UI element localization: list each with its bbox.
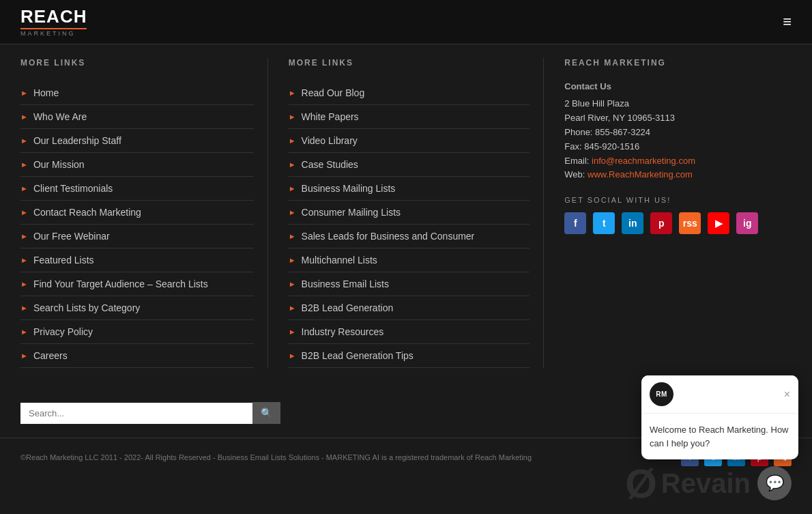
left-nav-item[interactable]: ►Featured Lists (20, 248, 254, 272)
main-content: MORE LINKS ►Home►Who We Are►Our Leadersh… (0, 44, 812, 382)
chevron-icon: ► (289, 208, 296, 216)
chevron-icon: ► (289, 160, 296, 169)
nav-item-label: Sales Leads for Business and Consumer (302, 231, 475, 242)
right-section-title: REACH MARKETING (564, 58, 798, 71)
nav-item-label: Who We Are (33, 111, 87, 122)
left-nav-item[interactable]: ►Find Your Target Audience – Search List… (20, 272, 254, 296)
web-link[interactable]: www.ReachMarketing.com (588, 169, 693, 180)
left-nav-item[interactable]: ►Who We Are (20, 105, 254, 129)
header: REACH MARKETING ≡ (0, 0, 812, 44)
left-nav-list: ►Home►Who We Are►Our Leadership Staff►Ou… (20, 81, 254, 368)
nav-item-label: Industry Resources (302, 326, 384, 337)
left-nav-item[interactable]: ►Our Free Webinar (20, 225, 254, 248)
fax-label: Fax: (564, 141, 581, 152)
chevron-icon: ► (20, 184, 28, 192)
web-label: Web: (564, 169, 585, 180)
chevron-icon: ► (289, 184, 296, 192)
phone-line: Phone: 855-867-3224 (564, 126, 798, 140)
chevron-icon: ► (289, 328, 296, 336)
chevron-icon: ► (20, 232, 28, 240)
mid-column: MORE LINKS ►Read Our Blog►White Papers►V… (268, 58, 545, 368)
logo-main-text: REACH (20, 7, 87, 27)
footer-copyright: ©Reach Marketing LLC 2011 - 2022- All Ri… (20, 453, 532, 461)
email-label: Email: (564, 156, 589, 166)
mid-nav-item[interactable]: ►B2B Lead Generation Tips (289, 344, 530, 368)
hamburger-button[interactable]: ≡ (783, 13, 792, 31)
mid-nav-item[interactable]: ►Sales Leads for Business and Consumer (289, 225, 530, 248)
chevron-icon: ► (289, 352, 296, 360)
chevron-icon: ► (20, 256, 28, 264)
nav-item-label: Our Leadership Staff (33, 135, 121, 146)
chat-widget: RM × Welcome to Reach Marketing. How can… (641, 375, 798, 459)
left-nav-item[interactable]: ►Search Lists by Category (20, 296, 254, 320)
nav-item-label: Business Mailing Lists (302, 183, 396, 194)
phone-value: 855-867-3224 (595, 127, 650, 137)
twitter-social-icon[interactable]: t (593, 212, 615, 234)
left-nav-item[interactable]: ►Careers (20, 344, 254, 368)
chat-close-button[interactable]: × (784, 388, 790, 401)
chevron-icon: ► (289, 89, 296, 97)
chevron-icon: ► (20, 328, 28, 336)
mid-nav-list: ►Read Our Blog►White Papers►Video Librar… (289, 81, 530, 368)
left-column: MORE LINKS ►Home►Who We Are►Our Leadersh… (0, 58, 268, 368)
social-icons-group: ftinprss▶ig (564, 212, 798, 234)
email-link[interactable]: info@reachmarketing.com (592, 156, 695, 166)
chevron-icon: ► (289, 113, 296, 121)
nav-item-label: Careers (33, 350, 68, 361)
mid-nav-item[interactable]: ►B2B Lead Generation (289, 296, 530, 320)
mid-nav-item[interactable]: ►Industry Resources (289, 320, 530, 344)
logo-sub-text: MARKETING (20, 31, 87, 38)
logo-area: REACH MARKETING (20, 7, 87, 37)
chat-welcome-text: Welcome to Reach Marketing. How can I he… (650, 425, 789, 448)
nav-item-label: Search Lists by Category (33, 302, 140, 313)
chevron-icon: ► (20, 89, 28, 97)
mid-nav-item[interactable]: ►Business Email Lists (289, 272, 530, 296)
nav-item-label: Home (33, 87, 59, 98)
nav-item-label: Video Library (302, 135, 358, 146)
address-line1: 2 Blue Hill Plaza (564, 97, 798, 111)
nav-item-label: Privacy Policy (33, 326, 93, 337)
mid-nav-item[interactable]: ►Multichannel Lists (289, 248, 530, 272)
mid-nav-item[interactable]: ►White Papers (289, 105, 530, 129)
left-nav-item[interactable]: ►Client Testimonials (20, 177, 254, 201)
chevron-icon: ► (20, 280, 28, 288)
web-line: Web: www.ReachMarketing.com (564, 168, 798, 182)
rss-social-icon[interactable]: rss (679, 212, 701, 234)
search-input[interactable] (20, 403, 252, 424)
contact-info-block: Contact Us 2 Blue Hill Plaza Pearl River… (564, 81, 798, 182)
instagram-social-icon[interactable]: ig (736, 212, 758, 234)
nav-item-label: Find Your Target Audience – Search Lists (33, 279, 208, 289)
mid-nav-item[interactable]: ►Consumer Mailing Lists (289, 201, 530, 225)
phone-label: Phone: (564, 127, 592, 137)
logo-divider (20, 28, 87, 29)
email-line: Email: info@reachmarketing.com (564, 154, 798, 169)
mid-nav-item[interactable]: ►Video Library (289, 129, 530, 153)
revain-watermark: Ø Revain (625, 460, 751, 507)
pinterest-social-icon[interactable]: p (650, 212, 672, 234)
search-button[interactable]: 🔍 (252, 402, 280, 424)
left-nav-item[interactable]: ►Contact Reach Marketing (20, 201, 254, 225)
nav-item-label: Read Our Blog (302, 87, 365, 98)
left-nav-item[interactable]: ►Privacy Policy (20, 320, 254, 344)
right-column: REACH MARKETING Contact Us 2 Blue Hill P… (544, 58, 812, 368)
left-nav-item[interactable]: ►Home (20, 81, 254, 105)
youtube-social-icon[interactable]: ▶ (708, 212, 729, 234)
left-nav-item[interactable]: ►Our Leadership Staff (20, 129, 254, 153)
left-nav-item[interactable]: ►Our Mission (20, 153, 254, 177)
mid-nav-item[interactable]: ►Business Mailing Lists (289, 177, 530, 201)
chat-bubble-icon: 💬 (766, 474, 784, 492)
left-section-title: MORE LINKS (20, 58, 254, 71)
fax-value: 845-920-1516 (584, 141, 639, 152)
revain-logo-char: Ø (625, 460, 656, 507)
nav-item-label: B2B Lead Generation Tips (302, 350, 414, 361)
mid-nav-item[interactable]: ►Read Our Blog (289, 81, 530, 105)
linkedin-social-icon[interactable]: in (622, 212, 643, 234)
mid-section-title: MORE LINKS (289, 58, 530, 71)
chevron-icon: ► (20, 352, 28, 360)
chat-bubble-button[interactable]: 💬 (757, 466, 792, 500)
nav-item-label: Case Studies (302, 159, 358, 170)
chat-body: Welcome to Reach Marketing. How can I he… (641, 414, 798, 459)
chevron-icon: ► (20, 208, 28, 216)
facebook-social-icon[interactable]: f (564, 212, 586, 234)
mid-nav-item[interactable]: ►Case Studies (289, 153, 530, 177)
